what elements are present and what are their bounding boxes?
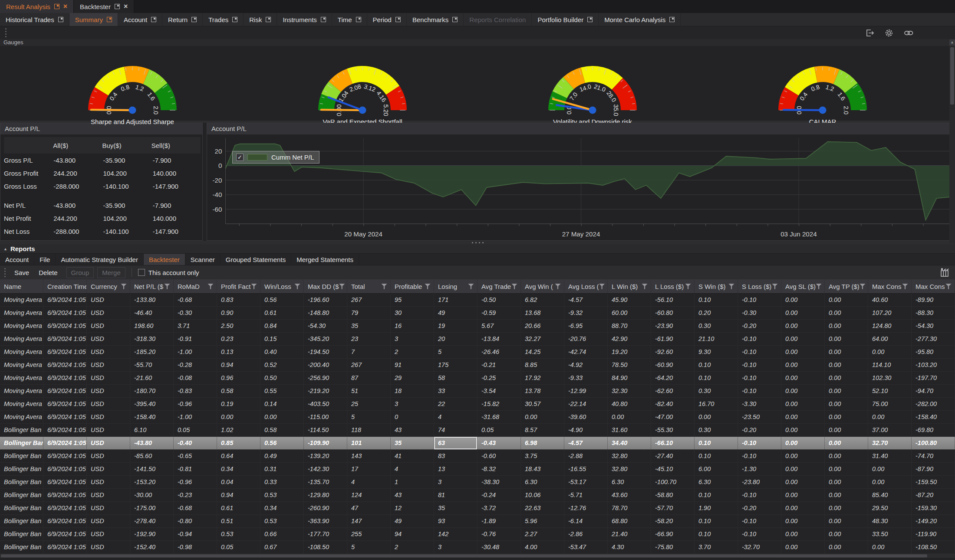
table-cell[interactable]: 0.10 [695,450,738,462]
table-cell[interactable]: 6/9/2024 1:05 [43,541,87,553]
table-cell[interactable]: 147 [347,515,391,527]
tab-monte-carlo-analysis[interactable]: Monte Carlo Analysis [599,13,681,26]
cell-name[interactable]: Bollinger Ban [0,502,43,514]
table-cell[interactable]: -0.76 [478,528,521,540]
table-cell[interactable]: -0.50 [478,294,521,306]
table-cell[interactable]: 32.27 [521,333,564,345]
table-cell[interactable]: 7 [347,346,391,358]
table-cell[interactable]: -5.71 [564,489,608,501]
table-cell[interactable]: 78.70 [608,502,651,514]
table-cell[interactable]: 0.30 [695,424,738,436]
open-in-window-icon[interactable] [395,17,401,22]
table-cell[interactable]: 0.00 [825,320,868,332]
table-cell[interactable]: 0.00 [825,489,868,501]
open-in-window-icon[interactable] [266,17,271,22]
table-cell[interactable]: 267 [347,294,391,306]
table-cell[interactable]: -69.80 [912,424,955,436]
table-cell[interactable]: -16.55 [564,463,608,475]
filter-funnel-icon[interactable] [555,284,561,289]
table-cell[interactable]: -0.40 [174,437,217,449]
table-cell[interactable]: 0.00 [825,372,868,384]
table-row[interactable]: Bollinger Ban6/9/2024 1:05USD-278.40-0.8… [0,515,955,528]
table-cell[interactable]: -1.00 [174,411,217,423]
table-cell[interactable]: USD [87,411,130,423]
table-cell[interactable]: USD [87,359,130,371]
table-cell[interactable]: 20.66 [521,320,564,332]
reports-toolbar-drag-handle-icon[interactable] [4,268,6,277]
table-cell[interactable]: -108.50 [304,541,347,553]
table-cell[interactable]: -0.23 [174,489,217,501]
cell-name[interactable]: Moving Avera [0,346,43,358]
table-cell[interactable]: -53.47 [564,541,608,553]
table-cell[interactable]: 79 [347,307,391,319]
table-cell[interactable]: 0.00 [781,372,825,384]
table-cell[interactable]: USD [87,450,130,462]
table-cell[interactable]: -141.50 [130,463,174,475]
table-cell[interactable]: -153.20 [130,476,174,488]
table-cell[interactable]: 5.67 [478,320,521,332]
table-cell[interactable]: -0.20 [738,502,781,514]
open-in-window-icon[interactable] [191,17,197,22]
cell-name[interactable]: Moving Avera [0,385,43,397]
table-cell[interactable]: 95 [391,294,434,306]
table-cell[interactable]: -200.40 [304,359,347,371]
table-cell[interactable]: 2 [391,541,434,553]
horizontal-scrollbar-thumb[interactable] [1,554,927,557]
table-cell[interactable]: 0.00 [825,411,868,423]
open-in-window-icon[interactable] [151,17,156,22]
table-cell[interactable]: -0.65 [174,450,217,462]
table-cell[interactable]: 32.80 [608,463,651,475]
table-cell[interactable]: 0.00 [825,502,868,514]
table-cell[interactable]: -0.83 [174,385,217,397]
tab-benchmarks[interactable]: Benchmarks [407,13,464,26]
table-cell[interactable]: 0.00 [217,411,260,423]
table-cell[interactable]: -277.30 [912,333,955,345]
table-row[interactable]: Moving Avera6/9/2024 1:05USD-21.60-0.080… [0,372,955,385]
table-cell[interactable]: 1.90 [695,502,738,514]
table-row[interactable]: Moving Avera6/9/2024 1:05USD-180.70-0.83… [0,385,955,398]
reports-tab-merged-statements[interactable]: Merged Statements [291,254,359,265]
table-cell[interactable]: -108.50 [912,541,955,553]
column-header-avg-tp-[interactable]: Avg TP ($) [825,279,868,293]
table-cell[interactable]: 6/9/2024 1:05 [43,320,87,332]
column-header-max-cons[interactable]: Max Cons [868,279,912,293]
table-cell[interactable]: 3 [434,476,478,488]
table-cell[interactable]: 22 [434,398,478,410]
table-cell[interactable]: -27.40 [651,450,695,462]
table-cell[interactable]: 0.34 [217,463,260,475]
open-in-window-icon[interactable] [58,17,63,22]
table-cell[interactable]: -282.00 [912,398,955,410]
table-cell[interactable]: 0.00 [260,411,304,423]
table-cell[interactable]: 0.00 [825,463,868,475]
table-cell[interactable]: 2.50 [217,320,260,332]
delete-button[interactable]: Delete [36,268,60,278]
table-cell[interactable]: -60.90 [651,359,695,371]
table-row[interactable]: Moving Avera6/9/2024 1:05USD-395.40-0.96… [0,398,955,411]
table-row[interactable]: Moving Avera6/9/2024 1:05USD-55.70-0.280… [0,359,955,372]
table-cell[interactable]: 78.50 [608,359,651,371]
table-cell[interactable]: -0.91 [174,333,217,345]
table-cell[interactable]: -89.90 [912,294,955,306]
table-cell[interactable]: 30 [391,307,434,319]
table-cell[interactable]: -0.24 [478,489,521,501]
table-cell[interactable]: 0.30 [695,385,738,397]
table-cell[interactable]: -23.90 [651,320,695,332]
table-cell[interactable]: 0.10 [695,372,738,384]
open-in-window-icon[interactable] [107,17,112,22]
table-row[interactable]: Bollinger Ban6/9/2024 1:05USD6.100.051.0… [0,424,955,437]
table-cell[interactable]: 6/9/2024 1:05 [43,424,87,436]
table-cell[interactable]: -1.00 [174,346,217,358]
filter-funnel-icon[interactable] [468,284,474,289]
table-cell[interactable]: 0.10 [695,359,738,371]
table-cell[interactable]: -53.17 [564,476,608,488]
table-cell[interactable]: USD [87,424,130,436]
table-cell[interactable]: 6.10 [130,424,174,436]
table-cell[interactable]: 74 [434,424,478,436]
table-cell[interactable]: 0.96 [217,372,260,384]
table-cell[interactable]: 25 [347,398,391,410]
table-cell[interactable]: 0.00 [825,541,868,553]
table-cell[interactable]: 4.30 [608,541,651,553]
table-cell[interactable]: 32.70 [868,437,912,449]
close-icon[interactable]: × [124,3,128,10]
table-cell[interactable]: 63 [434,437,478,449]
